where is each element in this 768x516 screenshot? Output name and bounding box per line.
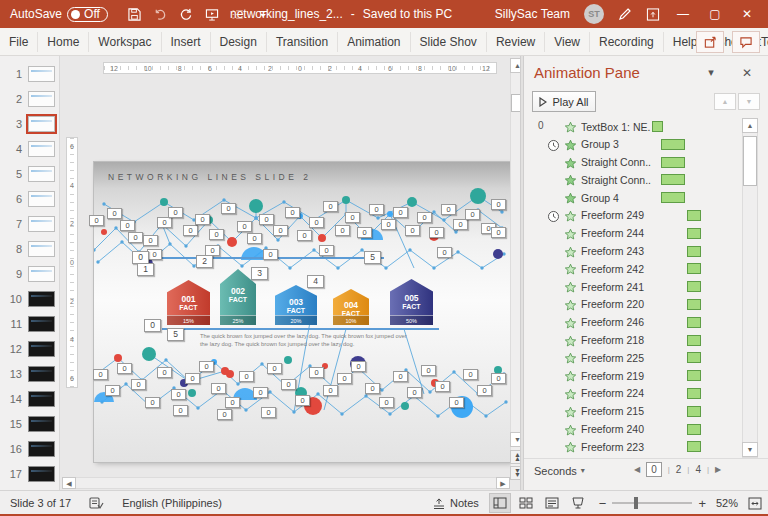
animation-badge-0[interactable]: 0 <box>93 369 108 380</box>
animation-item[interactable]: Freeform 224 <box>524 385 740 403</box>
reading-view-button[interactable] <box>541 493 563 513</box>
animation-badge-0[interactable]: 0 <box>429 227 444 238</box>
animation-badge-1[interactable]: 1 <box>137 263 154 276</box>
slide-thumbnail-8[interactable] <box>28 241 55 257</box>
animation-badge-0[interactable]: 0 <box>147 249 162 260</box>
timing-bar[interactable] <box>687 246 701 257</box>
slide-canvas[interactable]: NETWORKING LINES SLIDE 2 001FACT15%002FA… <box>94 162 511 462</box>
ribbon-tab-workspac[interactable]: Workspac <box>89 32 161 52</box>
ribbon-tab-home[interactable]: Home <box>38 32 89 52</box>
slide-thumbnail-9[interactable] <box>28 266 55 282</box>
timing-bar[interactable] <box>661 174 685 185</box>
animation-badge-0[interactable]: 0 <box>295 395 310 406</box>
animation-item[interactable]: Freeform 242 <box>524 260 740 278</box>
animation-badge-0[interactable]: 0 <box>144 319 161 332</box>
animation-badge-0[interactable]: 0 <box>145 397 160 408</box>
animation-badge-0[interactable]: 0 <box>131 379 146 390</box>
timing-units-dropdown[interactable]: Seconds ▾ <box>534 465 585 477</box>
animation-badge-0[interactable]: 0 <box>453 219 468 230</box>
animation-item[interactable]: Straight Conn... <box>524 154 740 172</box>
animation-badge-0[interactable]: 0 <box>351 361 366 372</box>
ribbon-tab-recording[interactable]: Recording <box>590 32 664 52</box>
animation-badge-0[interactable]: 0 <box>477 385 492 396</box>
timing-bar[interactable] <box>652 121 663 132</box>
save-status[interactable]: Saved to this PC <box>363 7 452 21</box>
animation-item[interactable]: Freeform 218 <box>524 332 740 350</box>
animation-badge-0[interactable]: 0 <box>309 217 324 228</box>
pane-scroll-up-button[interactable]: ▲ <box>742 118 758 133</box>
animation-badge-0[interactable]: 0 <box>89 215 104 226</box>
slide-thumbnail-17[interactable] <box>28 466 55 482</box>
slide-thumbnail-13[interactable] <box>28 366 55 382</box>
animation-badge-0[interactable]: 0 <box>105 385 120 396</box>
animation-badge-0[interactable]: 0 <box>463 369 478 380</box>
animation-badge-0[interactable]: 0 <box>217 409 232 420</box>
timing-bar[interactable] <box>661 157 685 168</box>
comments-button[interactable] <box>732 31 760 53</box>
vertical-ruler[interactable]: 6420246 <box>66 137 78 388</box>
timing-bar[interactable] <box>687 441 701 452</box>
animation-item[interactable]: 0TextBox 1: NE... <box>524 118 740 136</box>
redo-icon[interactable] <box>179 8 193 21</box>
animation-badge-0[interactable]: 0 <box>365 383 380 394</box>
animation-badge-0[interactable]: 0 <box>263 249 278 260</box>
animation-item[interactable]: Freeform 219 <box>524 367 740 385</box>
spell-check-icon[interactable] <box>89 496 104 510</box>
animation-badge-0[interactable]: 0 <box>267 363 282 374</box>
animation-item[interactable]: Freeform 243 <box>524 243 740 261</box>
play-all-button[interactable]: Play All <box>532 91 596 112</box>
pane-scroll-down-button[interactable]: ▼ <box>742 442 758 457</box>
ribbon-tab-animation[interactable]: Animation <box>338 32 410 52</box>
animation-badge-0[interactable]: 0 <box>393 207 408 218</box>
fit-slide-to-window-icon[interactable] <box>748 497 762 510</box>
animation-badge-0[interactable]: 0 <box>173 405 188 416</box>
slide-thumbnail-14[interactable] <box>28 391 55 407</box>
pane-scrollbar-thumb[interactable] <box>743 136 757 186</box>
animation-item[interactable]: Freeform 223 <box>524 438 740 456</box>
animation-badge-0[interactable]: 0 <box>168 207 183 218</box>
timing-bar[interactable] <box>687 263 701 274</box>
timing-bar[interactable] <box>687 424 701 435</box>
animation-badge-5[interactable]: 5 <box>364 251 381 264</box>
animation-badge-0[interactable]: 0 <box>261 407 276 418</box>
draw-pen-icon[interactable] <box>618 7 632 21</box>
timing-bar[interactable] <box>687 370 701 381</box>
animation-badge-0[interactable]: 0 <box>209 229 224 240</box>
zoom-slider-thumb[interactable] <box>634 497 638 509</box>
animation-badge-0[interactable]: 0 <box>211 383 226 394</box>
animation-badge-0[interactable]: 0 <box>157 217 172 228</box>
ribbon-tab-transition[interactable]: Transition <box>267 32 338 52</box>
animation-badge-0[interactable]: 0 <box>435 381 450 392</box>
animation-item[interactable]: Freeform 241 <box>524 278 740 296</box>
autosave-toggle[interactable]: Off <box>67 7 108 22</box>
timing-bar[interactable] <box>687 281 701 292</box>
slide-thumbnail-12[interactable] <box>28 341 55 357</box>
timing-bar[interactable] <box>687 406 701 417</box>
animation-item[interactable]: Freeform 225 <box>524 349 740 367</box>
animation-badge-0[interactable]: 0 <box>357 227 372 238</box>
body-text[interactable]: The quick brown fox jumped over the lazy… <box>200 332 412 349</box>
pane-close-icon[interactable]: ✕ <box>738 66 756 82</box>
maximize-button[interactable]: ▢ <box>706 7 724 21</box>
notes-button[interactable]: Notes <box>433 497 479 509</box>
animation-badge-0[interactable]: 0 <box>319 245 334 256</box>
ribbon-tab-insert[interactable]: Insert <box>162 32 211 52</box>
slide-sorter-view-button[interactable] <box>515 493 537 513</box>
animation-badge-0[interactable]: 0 <box>107 208 122 219</box>
close-button[interactable]: ✕ <box>738 7 756 21</box>
autosave-control[interactable]: AutoSave Off <box>10 7 108 22</box>
avatar[interactable]: ST <box>584 4 604 24</box>
animation-badge-2[interactable]: 2 <box>196 255 213 268</box>
timing-bar[interactable] <box>687 335 701 346</box>
animation-item[interactable]: Freeform 240 <box>524 421 740 439</box>
animation-badge-0[interactable]: 0 <box>221 203 236 214</box>
animation-badge-0[interactable]: 0 <box>285 207 300 218</box>
animation-badge-0[interactable]: 0 <box>369 204 384 215</box>
horizontal-ruler[interactable]: 12108642024681012 <box>103 62 497 74</box>
animation-badge-0[interactable]: 0 <box>120 220 135 231</box>
animation-item[interactable]: Straight Conn... <box>524 171 740 189</box>
slide-thumbnail-15[interactable] <box>28 416 55 432</box>
animation-badge-0[interactable]: 0 <box>185 373 200 384</box>
animation-badge-0[interactable]: 0 <box>449 397 464 408</box>
animation-badge-0[interactable]: 0 <box>437 247 452 258</box>
